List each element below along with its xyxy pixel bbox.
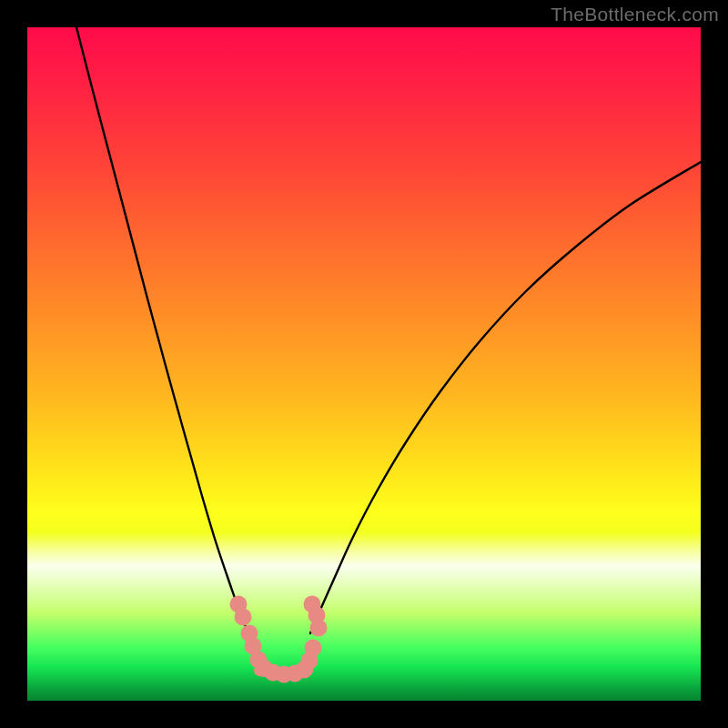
marker-dot <box>305 640 322 657</box>
right-curve <box>310 162 701 633</box>
watermark-text: TheBottleneck.com <box>551 4 719 25</box>
left-curve <box>76 27 248 633</box>
marker-blobs <box>230 596 328 683</box>
marker-dot <box>235 609 252 626</box>
curve-layer <box>27 27 701 701</box>
chart-frame: TheBottleneck.com <box>0 0 728 728</box>
marker-dot <box>304 596 321 613</box>
plot-area <box>27 27 701 701</box>
